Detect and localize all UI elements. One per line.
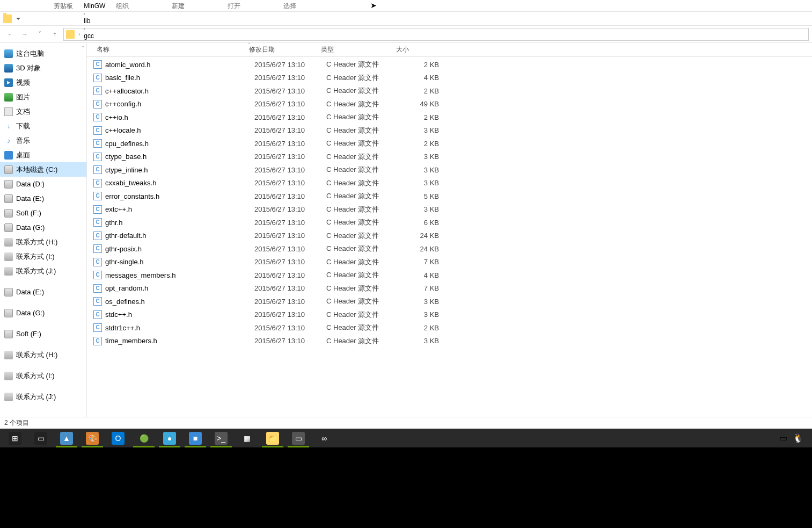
nav-item[interactable]: 联系方式 (H:) xyxy=(0,348,86,362)
navigation-pane[interactable]: ˄ 这台电脑3D 对象视频图片文档下载音乐桌面本地磁盘 (C:)Data (D:… xyxy=(0,43,87,417)
file-row[interactable]: Cctype_inline.h2015/6/27 13:10C Header 源… xyxy=(87,163,812,177)
file-row[interactable]: Cstdtr1c++.h2015/6/27 13:10C Header 源文件2… xyxy=(87,321,812,335)
taskbar-item-ms-store[interactable]: ▦ xyxy=(234,429,260,447)
breadcrumb-segment[interactable]: lib xyxy=(82,17,142,25)
nav-item[interactable]: Data (G:) xyxy=(0,220,86,235)
file-row[interactable]: Copt_random.h2015/6/27 13:10C Header 源文件… xyxy=(87,282,812,295)
tray-icon[interactable]: ▭ xyxy=(779,433,787,443)
file-row[interactable]: Ctime_members.h2015/6/27 13:10C Header 源… xyxy=(87,335,812,348)
file-row[interactable]: Cerror_constants.h2015/6/27 13:10C Heade… xyxy=(87,190,812,203)
taskbar[interactable]: ⊞▭▲🎨O🟢●■>_▦📁▭∞▭🐧 xyxy=(0,429,812,447)
column-header-name[interactable]: 名称 xyxy=(93,43,246,56)
nav-forward-button[interactable]: → xyxy=(18,28,31,41)
file-row[interactable]: Cc++locale.h2015/6/27 13:10C Header 源文件3… xyxy=(87,124,812,138)
nav-item[interactable]: Data (G:) xyxy=(0,306,86,320)
nav-item-label: Data (D:) xyxy=(16,180,45,188)
file-row[interactable]: Cc++allocator.h2015/6/27 13:10C Header 源… xyxy=(87,84,812,98)
nav-item[interactable]: 下载 xyxy=(0,119,86,133)
taskbar-item-explorer[interactable]: 📁 xyxy=(260,429,286,447)
file-row[interactable]: Cos_defines.h2015/6/27 13:10C Header 源文件… xyxy=(87,295,812,308)
c-header-file-icon: C xyxy=(93,218,102,227)
taskbar-item-app-sq[interactable]: ■ xyxy=(182,429,208,447)
file-row[interactable]: Cgthr-posix.h2015/6/27 13:10C Header 源文件… xyxy=(87,242,812,256)
nav-item[interactable]: Data (D:) xyxy=(0,177,86,191)
nav-item[interactable]: 文档 xyxy=(0,104,86,119)
file-date: 2015/6/27 13:10 xyxy=(254,284,326,292)
icon-removable xyxy=(4,372,13,380)
nav-item[interactable]: 这台电脑 xyxy=(0,46,86,61)
ribbon-tab[interactable]: 打开 xyxy=(206,0,262,11)
chevron-right-icon[interactable]: › xyxy=(82,26,86,32)
taskbar-item-chrome[interactable]: 🟢 xyxy=(131,429,157,447)
breadcrumb-segment[interactable]: MinGW xyxy=(82,2,142,10)
nav-up-button[interactable]: ↑ xyxy=(48,28,61,41)
ribbon-tab[interactable]: 新建 xyxy=(150,0,206,11)
nav-recent-dropdown[interactable]: ˅ xyxy=(33,28,46,41)
tray-icon[interactable]: 🐧 xyxy=(793,433,803,443)
chevron-up-icon[interactable]: ˄ xyxy=(82,45,84,51)
column-header-type[interactable]: 类型 xyxy=(318,43,393,56)
file-size: 4 KB xyxy=(401,271,444,279)
photos-icon: ▲ xyxy=(60,432,73,445)
system-tray[interactable]: ▭🐧 xyxy=(779,433,810,443)
qat-dropdown-icon[interactable] xyxy=(16,18,20,20)
file-date: 2015/6/27 13:10 xyxy=(254,258,326,266)
c-header-file-icon: C xyxy=(93,192,102,200)
taskbar-item-paint[interactable]: 🎨 xyxy=(79,429,105,447)
file-row[interactable]: Cgthr-single.h2015/6/27 13:10C Header 源文… xyxy=(87,256,812,269)
file-type: C Header 源文件 xyxy=(326,126,401,135)
breadcrumb-segment[interactable]: gcc xyxy=(82,32,142,40)
file-size: 3 KB xyxy=(401,337,444,345)
chevron-right-icon[interactable]: › xyxy=(82,11,86,17)
taskbar-item-start[interactable]: ⊞ xyxy=(2,429,28,447)
file-list-pane[interactable]: ˄ 名称 修改日期 类型 大小 Catomic_word.h2015/6/27 … xyxy=(87,43,812,417)
icon-removable xyxy=(4,238,13,247)
ribbon-tab[interactable]: 选择 xyxy=(262,0,318,11)
nav-item[interactable]: Soft (F:) xyxy=(0,327,86,341)
chevron-right-icon[interactable]: › xyxy=(77,31,82,37)
nav-item[interactable]: 桌面 xyxy=(0,148,86,162)
taskbar-item-app-blue[interactable]: ● xyxy=(157,429,182,447)
file-size: 49 KB xyxy=(401,100,444,108)
nav-item[interactable]: 联系方式 (I:) xyxy=(0,249,86,264)
nav-item[interactable]: Data (E:) xyxy=(0,285,86,299)
column-header-date[interactable]: 修改日期 xyxy=(246,43,318,56)
nav-item[interactable]: Data (E:) xyxy=(0,191,86,206)
nav-item[interactable]: 联系方式 (H:) xyxy=(0,235,86,249)
file-row[interactable]: Cgthr-default.h2015/6/27 13:10C Header 源… xyxy=(87,229,812,243)
taskbar-item-task-view[interactable]: ▭ xyxy=(28,429,54,447)
taskbar-item-terminal[interactable]: >_ xyxy=(208,429,234,447)
file-row[interactable]: Ccxxabi_tweaks.h2015/6/27 13:10C Header … xyxy=(87,177,812,190)
nav-item[interactable]: 视频 xyxy=(0,75,86,90)
nav-item[interactable]: Soft (F:) xyxy=(0,206,86,220)
file-row[interactable]: Catomic_word.h2015/6/27 13:10C Header 源文… xyxy=(87,58,812,71)
taskbar-item-outlook[interactable]: O xyxy=(105,429,131,447)
file-row[interactable]: Cstdc++.h2015/6/27 13:10C Header 源文件3 KB xyxy=(87,308,812,322)
file-row[interactable]: Cctype_base.h2015/6/27 13:10C Header 源文件… xyxy=(87,150,812,164)
file-row[interactable]: Cc++io.h2015/6/27 13:10C Header 源文件2 KB xyxy=(87,111,812,124)
nav-item[interactable]: 本地磁盘 (C:) xyxy=(0,162,86,177)
visual-studio-icon: ∞ xyxy=(318,432,331,445)
file-row[interactable]: Ccpu_defines.h2015/6/27 13:10C Header 源文… xyxy=(87,137,812,150)
nav-separator xyxy=(0,299,86,306)
nav-item[interactable]: 音乐 xyxy=(0,133,86,148)
taskbar-item-photos[interactable]: ▲ xyxy=(54,429,79,447)
nav-item[interactable]: 3D 对象 xyxy=(0,61,86,75)
nav-item[interactable]: 联系方式 (I:) xyxy=(0,368,86,383)
nav-item[interactable]: 联系方式 (J:) xyxy=(0,264,86,278)
taskbar-item-visual-studio[interactable]: ∞ xyxy=(311,429,337,447)
file-row[interactable]: Cgthr.h2015/6/27 13:10C Header 源文件6 KB xyxy=(87,216,812,229)
file-row[interactable]: Cmessages_members.h2015/6/27 13:10C Head… xyxy=(87,269,812,282)
file-row[interactable]: Cc++config.h2015/6/27 13:10C Header 源文件4… xyxy=(87,98,812,111)
file-type: C Header 源文件 xyxy=(326,191,401,201)
nav-item[interactable]: 图片 xyxy=(0,90,86,104)
icon-removable xyxy=(4,252,13,261)
chevron-right-icon[interactable]: › xyxy=(82,0,86,2)
column-header-size[interactable]: 大小 xyxy=(393,43,436,56)
breadcrumb-bar[interactable]: › 这台电脑›本地磁盘 (C:)›Program Files (x86)›Cod… xyxy=(63,28,809,41)
taskbar-item-app-win[interactable]: ▭ xyxy=(286,429,311,447)
nav-back-button[interactable]: - xyxy=(3,28,16,41)
nav-item[interactable]: 联系方式 (J:) xyxy=(0,389,86,404)
file-row[interactable]: Cbasic_file.h2015/6/27 13:10C Header 源文件… xyxy=(87,71,812,85)
file-row[interactable]: Cextc++.h2015/6/27 13:10C Header 源文件3 KB xyxy=(87,203,812,216)
